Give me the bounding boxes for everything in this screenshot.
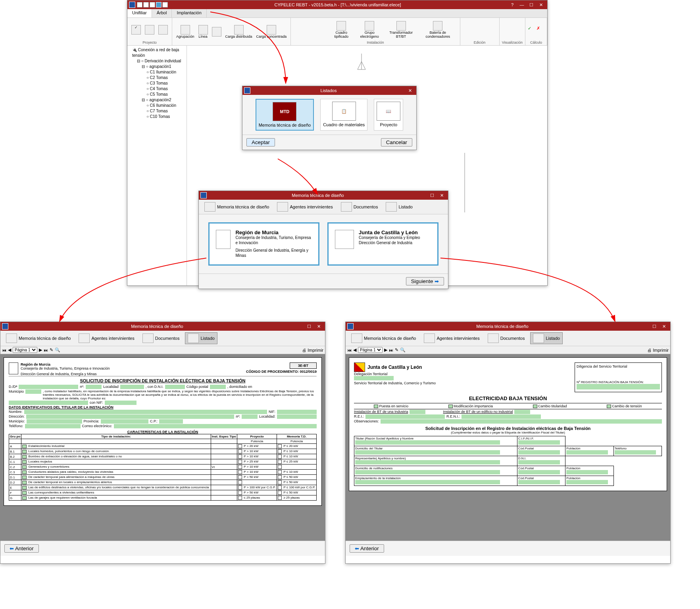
prev-page-icon[interactable]: ◀ bbox=[353, 347, 356, 353]
small-icon[interactable] bbox=[293, 22, 300, 29]
accept-button[interactable]: Aceptar bbox=[246, 138, 275, 146]
tool-icon[interactable]: 🔍 bbox=[55, 347, 60, 353]
field-loc[interactable] bbox=[120, 385, 144, 389]
tab-unifiliar[interactable]: Unifiliar bbox=[127, 9, 152, 17]
close-button[interactable]: ✕ bbox=[437, 192, 446, 199]
ribbon-item[interactable] bbox=[157, 24, 169, 35]
edit-icon[interactable] bbox=[480, 20, 488, 28]
tab-implantacion[interactable]: Implantación bbox=[172, 9, 206, 17]
tree-leaf[interactable]: ○ C1 Iluminación bbox=[129, 69, 185, 75]
edit-icon[interactable] bbox=[489, 31, 497, 39]
undo-icon[interactable] bbox=[143, 2, 149, 8]
tab-listado[interactable]: Listado bbox=[185, 332, 217, 344]
tool-icon[interactable]: ✎ bbox=[50, 347, 53, 353]
card-cyl[interactable]: Junta de Castilla y León Consejería de E… bbox=[327, 222, 438, 266]
close-button[interactable]: ✕ bbox=[314, 323, 323, 330]
check-field[interactable] bbox=[533, 405, 537, 408]
edit-icon[interactable] bbox=[463, 31, 471, 39]
edit-icon[interactable] bbox=[489, 20, 497, 28]
ribbon-carga-conc[interactable]: Carga concentrada bbox=[255, 24, 288, 39]
next-page-icon[interactable]: ▶ bbox=[384, 347, 387, 353]
ribbon-linea[interactable]: Línea bbox=[197, 24, 210, 39]
tree-leaf[interactable]: ○ C4 Tomas bbox=[129, 86, 185, 92]
edit-icon[interactable] bbox=[471, 31, 479, 39]
maximize-button[interactable]: ☐ bbox=[650, 323, 659, 330]
card-materiales[interactable]: 📋 Cuadro de materiales bbox=[320, 99, 367, 131]
listados-icon[interactable] bbox=[156, 2, 162, 8]
small-icon[interactable] bbox=[317, 22, 324, 29]
tree-root[interactable]: 🔌 Conexión a red de baja tensión bbox=[129, 47, 185, 58]
small-icon[interactable] bbox=[309, 22, 316, 29]
vis-icon[interactable] bbox=[504, 31, 512, 39]
close-button[interactable]: ✕ bbox=[659, 323, 669, 330]
field-municipio[interactable] bbox=[25, 389, 41, 394]
next-button[interactable]: Siguiente ➡ bbox=[406, 277, 444, 285]
tree-leaf[interactable]: ○ C7 Tomas bbox=[129, 108, 185, 114]
last-page-icon[interactable]: ⏭ bbox=[44, 348, 48, 353]
check-field[interactable] bbox=[374, 405, 378, 408]
ribbon-carga-dist[interactable]: Carga distribuida bbox=[224, 24, 254, 39]
tab-documentos[interactable]: Documentos bbox=[485, 332, 527, 344]
field-num[interactable] bbox=[86, 385, 102, 389]
field-nif[interactable] bbox=[105, 401, 137, 405]
small-icon[interactable] bbox=[301, 30, 308, 37]
small-icon[interactable] bbox=[309, 30, 316, 37]
edit-icon[interactable] bbox=[480, 31, 488, 39]
cancel-button[interactable]: Cancelar bbox=[381, 138, 412, 146]
small-icon[interactable] bbox=[301, 22, 308, 29]
first-page-icon[interactable]: ⏮ bbox=[2, 348, 6, 353]
help-button[interactable]: ? bbox=[508, 1, 517, 8]
page-select[interactable]: Página 1 bbox=[358, 347, 383, 353]
tree-deriv[interactable]: ⊟ ○ Derivación individual bbox=[129, 58, 185, 64]
small-icon[interactable] bbox=[293, 30, 300, 37]
minimize-button[interactable]: — bbox=[517, 1, 527, 8]
check-icon[interactable]: ✓ bbox=[528, 26, 536, 34]
maximize-button[interactable]: ☐ bbox=[304, 323, 314, 330]
close-button[interactable]: ✕ bbox=[536, 1, 546, 8]
vis-icon[interactable] bbox=[504, 20, 512, 28]
first-page-icon[interactable]: ⏮ bbox=[347, 348, 352, 353]
tab-agentes[interactable]: Agentes intervinientes bbox=[275, 201, 335, 212]
field-reg[interactable] bbox=[577, 384, 660, 389]
prev-page-icon[interactable]: ◀ bbox=[8, 347, 11, 353]
tree-group2[interactable]: ⊟ ○ agrupación2 bbox=[129, 97, 185, 103]
page-select[interactable]: Página 1 bbox=[13, 347, 37, 353]
tree-leaf[interactable]: ○ C3 Tomas bbox=[129, 81, 185, 86]
edit-icon[interactable] bbox=[471, 20, 479, 28]
field-name[interactable] bbox=[19, 385, 78, 389]
tab-listado[interactable]: Listado bbox=[530, 332, 562, 344]
save-icon[interactable] bbox=[137, 2, 142, 8]
ribbon-item[interactable] bbox=[210, 26, 223, 37]
tab-documentos[interactable]: Documentos bbox=[338, 201, 381, 212]
tab-agentes[interactable]: Agentes intervinientes bbox=[421, 332, 482, 344]
x-icon[interactable]: ✗ bbox=[537, 26, 544, 34]
tree-leaf[interactable]: ○ C5 Tomas bbox=[129, 92, 185, 97]
export-icon[interactable] bbox=[162, 2, 168, 8]
tab-arbol[interactable]: Árbol bbox=[152, 9, 172, 17]
ribbon-trafo[interactable]: Transformador BT/BT bbox=[385, 20, 417, 39]
tab-agentes[interactable]: Agentes intervinientes bbox=[76, 332, 137, 344]
prev-button[interactable]: ⬅ Anterior bbox=[350, 544, 384, 553]
check-field[interactable] bbox=[448, 405, 453, 408]
card-mtd[interactable]: MTD Memoria técnica de diseño bbox=[256, 99, 314, 131]
tool-icon[interactable]: ✎ bbox=[395, 347, 398, 353]
tree-leaf[interactable]: ○ C6 Iluminación bbox=[129, 103, 185, 108]
ribbon-grupo[interactable]: Grupo electrógeno bbox=[355, 20, 384, 39]
tool-icon[interactable]: 🔍 bbox=[400, 347, 406, 353]
check-field[interactable] bbox=[607, 405, 611, 408]
next-page-icon[interactable]: ▶ bbox=[39, 347, 42, 353]
close-button[interactable]: ✕ bbox=[405, 87, 415, 94]
print-button[interactable]: 🖨 Imprimir bbox=[302, 348, 323, 353]
card-murcia[interactable]: Región de Murcia Consejería de Industria… bbox=[208, 222, 319, 266]
tree-leaf[interactable]: ○ C2 Tomas bbox=[129, 75, 185, 81]
ribbon-bateria[interactable]: Batería de condensadores bbox=[418, 20, 458, 39]
tab-listado[interactable]: Listado bbox=[383, 201, 415, 212]
tab-memoria[interactable]: Memoria técnica de diseño bbox=[349, 332, 418, 344]
field-cp[interactable] bbox=[210, 385, 226, 389]
redo-icon[interactable] bbox=[150, 2, 155, 8]
maximize-button[interactable]: ☐ bbox=[527, 1, 536, 8]
tree-group1[interactable]: ⊟ ○ agrupación1 bbox=[129, 64, 185, 69]
tree-leaf[interactable]: ○ C10 Tomas bbox=[129, 114, 185, 119]
tab-memoria[interactable]: Memoria técnica de diseño bbox=[4, 332, 73, 344]
maximize-button[interactable]: ☐ bbox=[427, 192, 437, 199]
